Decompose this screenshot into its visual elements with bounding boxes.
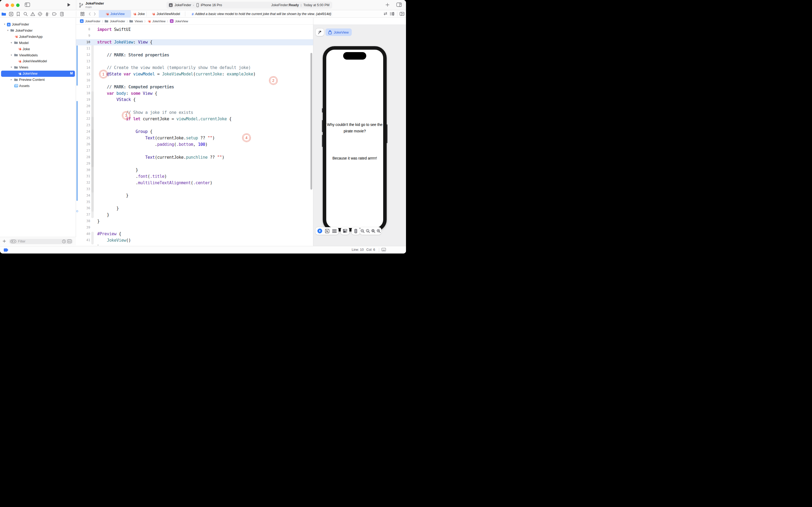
disclosure-right-icon[interactable]: ▸: [11, 78, 12, 81]
sidebar-item-jokeview[interactable]: JokeViewM: [0, 71, 76, 77]
jump-bar[interactable]: AJokeFinder〉JokeFinder〉Views〉JokeView〉SJ…: [76, 18, 406, 25]
breadcrumb-item[interactable]: JokeFinder: [105, 19, 125, 23]
sidebar-item-model[interactable]: ▾Model: [0, 40, 76, 46]
code-line-19[interactable]: 19 VStack {: [76, 97, 313, 103]
sidebar-item-views[interactable]: ▾Views: [0, 64, 76, 71]
code-line-25[interactable]: 25 Text(currentJoke.setup ?? ""): [76, 135, 313, 142]
zoom-window-button[interactable]: [16, 3, 19, 7]
close-window-button[interactable]: [5, 3, 9, 7]
code-line-12[interactable]: 12 // MARK: Stored properties: [76, 52, 313, 58]
scheme-name[interactable]: JokeFinder: [175, 3, 191, 7]
scheme-selector[interactable]: A JokeFinder › iPhone 16 Pro JokeFinder:…: [167, 2, 332, 9]
code-line-22[interactable]: 22 if let currentJoke = viewModel.curren…: [76, 116, 313, 122]
zoom-out-icon[interactable]: [360, 228, 365, 234]
code-line-28[interactable]: 28 Text(currentJoke.punchline ?? ""): [76, 154, 313, 161]
code-line-8[interactable]: 8import SwiftUI: [76, 26, 313, 33]
recent-files-icon[interactable]: [62, 239, 66, 243]
code-line-26[interactable]: 26 .padding(.bottom, 100): [76, 141, 313, 148]
select-mode-icon[interactable]: [324, 228, 330, 234]
code-line-27[interactable]: 27: [76, 148, 313, 154]
disclosure-down-icon[interactable]: ▾: [11, 41, 12, 44]
zoom-in-icon[interactable]: [376, 228, 381, 234]
debug-icon[interactable]: [44, 11, 50, 17]
breakpoints-icon[interactable]: [52, 11, 57, 17]
tests-icon[interactable]: [37, 11, 43, 17]
add-editor-icon[interactable]: [400, 12, 404, 16]
source-control-icon[interactable]: [8, 11, 14, 17]
code-line-23[interactable]: 23: [76, 122, 313, 129]
search-icon[interactable]: [22, 11, 28, 17]
sidebar-item-assets[interactable]: Assets: [0, 83, 76, 89]
sidebar-item-jokefinder[interactable]: ▾AJokeFinder: [0, 21, 76, 27]
zoom-100-icon[interactable]: 1: [365, 228, 370, 234]
code-line-18[interactable]: 18 var body: some View {: [76, 90, 313, 97]
breadcrumb-item[interactable]: SJokeView: [170, 19, 188, 23]
tab-commit-message[interactable]: #Added a basic view model to hold the cu…: [185, 10, 332, 18]
preview-device-tag[interactable]: JokeView: [326, 29, 352, 36]
swap-editor-icon[interactable]: [383, 12, 388, 15]
code-line-41[interactable]: 41 JokeView(): [76, 237, 313, 243]
code-line-11[interactable]: 11: [76, 45, 313, 52]
sidebar-item-jokefinder[interactable]: ▾JokeFinder: [0, 27, 76, 34]
pin-preview-button[interactable]: [316, 29, 324, 36]
editor-options-icon[interactable]: [381, 247, 386, 251]
tab-jokeviewmodel[interactable]: JokeViewModel: [147, 10, 185, 18]
disclosure-down-icon[interactable]: ▾: [4, 23, 5, 25]
code-line-14[interactable]: 14 // Create the view model (temporarily…: [76, 65, 313, 71]
sidebar-item-joke[interactable]: Joke: [0, 46, 76, 52]
filter-options-icon[interactable]: [10, 239, 16, 243]
code-line-42[interactable]: 42}: [76, 243, 313, 245]
source-editor[interactable]: 8import SwiftUI910struct JokeView: View …: [76, 25, 313, 245]
device-settings-icon[interactable]: [342, 228, 348, 234]
go-forward-icon[interactable]: [94, 12, 96, 16]
sidebar-item-jokefinderapp[interactable]: JokeFinderApp: [0, 34, 76, 40]
minimap-options-icon[interactable]: [390, 12, 395, 16]
code-line-39[interactable]: 39: [76, 225, 313, 231]
code-line-24[interactable]: 24 Group {: [76, 129, 313, 135]
code-line-34[interactable]: 34 }: [76, 192, 313, 199]
code-line-30[interactable]: 30 }: [76, 167, 313, 173]
code-line-33[interactable]: 33: [76, 186, 313, 192]
toggle-navigator-icon[interactable]: [25, 2, 30, 7]
code-line-36[interactable]: 36 }: [76, 205, 313, 212]
minimize-window-button[interactable]: [11, 3, 14, 7]
code-line-20[interactable]: 20: [76, 103, 313, 110]
live-preview-icon[interactable]: [316, 228, 323, 234]
scm-status-filter-icon[interactable]: [67, 239, 72, 243]
editor-shortcuts-icon[interactable]: [80, 12, 84, 16]
disclosure-down-icon[interactable]: ▾: [11, 54, 12, 56]
code-line-9[interactable]: 9: [76, 33, 313, 39]
tab-jokeview[interactable]: JokeView: [99, 10, 131, 18]
toggle-inspector-icon[interactable]: [396, 2, 402, 7]
go-back-icon[interactable]: [89, 12, 91, 16]
code-line-29[interactable]: 29: [76, 161, 313, 167]
library-plus-icon[interactable]: [385, 2, 390, 7]
breadcrumb-item[interactable]: JokeView: [147, 19, 165, 23]
disclosure-down-icon[interactable]: ▾: [7, 29, 9, 32]
code-line-37[interactable]: 37 }: [76, 212, 313, 218]
disclosure-down-icon[interactable]: ▾: [11, 66, 12, 68]
code-line-35[interactable]: 35: [76, 199, 313, 206]
device-phone-icon[interactable]: [353, 228, 359, 234]
breadcrumb-item[interactable]: Views: [129, 19, 142, 23]
add-file-icon[interactable]: [2, 239, 6, 243]
bookmarks-icon[interactable]: [15, 11, 21, 17]
code-line-17[interactable]: 17 // MARK: Computed properties: [76, 84, 313, 90]
issues-icon[interactable]: [30, 11, 36, 17]
code-line-15[interactable]: 15 @State var viewModel = JokeViewModel(…: [76, 71, 313, 77]
code-line-38[interactable]: 38}: [76, 218, 313, 225]
code-line-40[interactable]: 40#Preview {: [76, 231, 313, 237]
sidebar-item-preview-content[interactable]: ▸Preview Content: [0, 77, 76, 83]
code-line-21[interactable]: 21 // Show a joke if one exists: [76, 109, 313, 116]
run-button[interactable]: [67, 2, 71, 7]
breakpoint-tag-icon[interactable]: [4, 248, 8, 251]
tab-joke[interactable]: Joke: [131, 10, 147, 18]
code-line-13[interactable]: 13: [76, 58, 313, 65]
sidebar-item-viewmodels[interactable]: ▾ViewModels: [0, 52, 76, 59]
reports-icon[interactable]: [59, 11, 65, 17]
zoom-fit-icon[interactable]: [370, 228, 376, 234]
code-line-10[interactable]: 10struct JokeView: View {: [76, 39, 313, 46]
code-line-32[interactable]: 32 .multilineTextAlignment(.center): [76, 180, 313, 186]
editor-scrollbar[interactable]: [310, 53, 312, 189]
breadcrumb-item[interactable]: AJokeFinder: [80, 19, 101, 23]
